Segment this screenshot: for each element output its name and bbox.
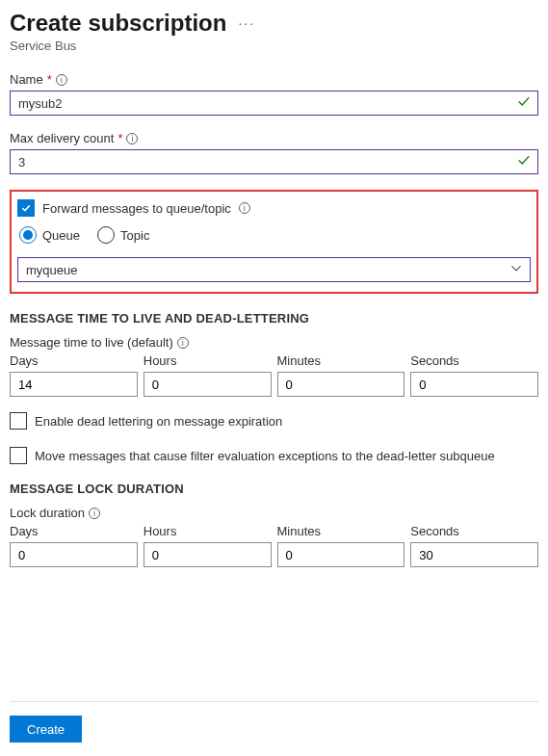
ttl-section-title: MESSAGE TIME TO LIVE AND DEAD-LETTERING (10, 311, 538, 326)
lock-seconds-input[interactable] (410, 542, 538, 567)
forward-target-dropdown[interactable]: myqueue (17, 257, 531, 282)
chevron-down-icon (510, 263, 522, 277)
info-icon[interactable]: i (177, 337, 189, 349)
create-button[interactable]: Create (10, 716, 82, 743)
ttl-seconds-input[interactable] (410, 372, 538, 397)
lock-seconds-label: Seconds (410, 524, 538, 538)
max-delivery-label: Max delivery count * i (10, 131, 538, 145)
dead-letter-checkbox[interactable] (10, 412, 27, 430)
name-label: Name * i (10, 72, 538, 87)
radio-queue-label: Queue (42, 228, 80, 243)
radio-queue[interactable]: Queue (19, 226, 80, 244)
more-actions-button[interactable]: ··· (238, 15, 255, 31)
ttl-seconds-label: Seconds (410, 353, 538, 368)
lock-minutes-label: Minutes (277, 524, 405, 538)
lock-label: Lock duration i (10, 506, 538, 520)
ttl-hours-label: Hours (144, 353, 272, 368)
max-delivery-input[interactable] (10, 149, 538, 174)
radio-topic[interactable]: Topic (97, 226, 149, 244)
dead-letter-label: Enable dead lettering on message expirat… (35, 414, 282, 429)
forward-checkbox-label: Forward messages to queue/topic (42, 201, 231, 216)
dropdown-value: myqueue (26, 263, 77, 277)
filter-exception-label: Move messages that cause filter evaluati… (35, 449, 495, 463)
ttl-days-input[interactable] (10, 372, 138, 397)
ttl-minutes-input[interactable] (277, 372, 405, 397)
filter-exception-checkbox[interactable] (10, 447, 27, 464)
lock-hours-input[interactable] (144, 542, 272, 567)
page-title: Create subscription (10, 10, 226, 37)
lock-days-label: Days (10, 524, 138, 538)
ttl-hours-input[interactable] (144, 372, 272, 397)
page-subtitle: Service Bus (10, 39, 538, 53)
forward-checkbox[interactable] (17, 199, 35, 217)
name-input[interactable] (10, 91, 538, 116)
footer-separator (10, 701, 538, 702)
ttl-minutes-label: Minutes (277, 353, 405, 368)
ttl-label: Message time to live (default) i (10, 335, 538, 350)
info-icon[interactable]: i (89, 508, 100, 519)
lock-minutes-input[interactable] (277, 542, 405, 567)
required-icon: * (47, 72, 52, 87)
ttl-days-label: Days (10, 353, 138, 368)
radio-topic-label: Topic (120, 228, 149, 243)
info-icon[interactable]: i (239, 202, 250, 214)
info-icon[interactable]: i (56, 74, 67, 86)
lock-days-input[interactable] (10, 542, 138, 567)
valid-check-icon (517, 95, 531, 112)
lock-section-title: MESSAGE LOCK DURATION (10, 482, 538, 496)
valid-check-icon (517, 154, 531, 170)
info-icon[interactable]: i (126, 133, 138, 144)
required-icon: * (117, 131, 122, 145)
forward-section-highlight: Forward messages to queue/topic i Queue … (10, 190, 538, 294)
lock-hours-label: Hours (144, 524, 272, 538)
